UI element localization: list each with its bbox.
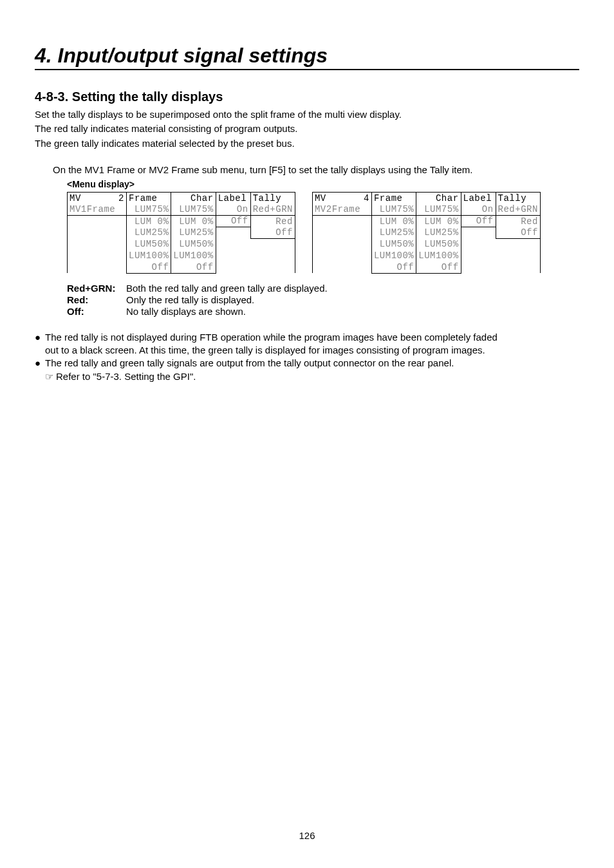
opt-char: LUM25% <box>171 227 216 238</box>
val-label: On <box>461 203 496 215</box>
opt-tally: Red <box>496 215 540 227</box>
opt-char: LUM50% <box>171 238 216 250</box>
intro-line: The green tally indicates material selec… <box>35 137 579 150</box>
table-option-row: LUM100% LUM100% <box>68 250 295 261</box>
legend-row-redgrn: Red+GRN: Both the red tally and green ta… <box>67 283 579 294</box>
table-option-row: LUM 0% LUM 0% Off Red <box>68 215 295 227</box>
note-text: The red tally and green tally signals ar… <box>45 357 454 370</box>
menu-tables: MV 2 Frame Char Label Tally MV1Frame LUM… <box>67 192 579 274</box>
table-header-row: MV 2 Frame Char Label Tally <box>68 192 295 203</box>
blank-cell <box>216 250 250 261</box>
blank-cell <box>461 250 496 261</box>
intro-line: The red tally indicates material consist… <box>35 122 579 135</box>
opt-frame: LUM25% <box>127 227 171 238</box>
hdr-char: Char <box>416 192 461 203</box>
intro-text: Set the tally displays to be superimpose… <box>35 108 579 150</box>
legend-row-red: Red: Only the red tally is displayed. <box>67 294 579 305</box>
opt-frame: LUM 0% <box>127 215 171 227</box>
opt-tally: Red <box>250 215 295 227</box>
note-item: ● The red tally is not displayed during … <box>35 331 579 344</box>
opt-label: Off <box>461 215 496 227</box>
document-page: 4. Input/output signal settings 4-8-3. S… <box>0 0 614 868</box>
legend-row-off: Off: No tally displays are shown. <box>67 306 579 317</box>
table-option-row: LUM100% LUM100% <box>312 250 540 261</box>
menu-table-mv1: MV 2 Frame Char Label Tally MV1Frame LUM… <box>67 192 295 274</box>
opt-label: Off <box>216 215 250 227</box>
table-option-row: LUM50% LUM50% <box>312 238 540 250</box>
hdr-tally: Tally <box>250 192 295 203</box>
val-char: LUM75% <box>416 203 461 215</box>
opt-frame: Off <box>127 261 171 273</box>
hdr-frame: Frame <box>127 192 171 203</box>
blank-cell <box>312 215 371 227</box>
blank-cell <box>312 227 371 238</box>
table-header-row: MV 4 Frame Char Label Tally <box>312 192 540 203</box>
table-option-row: LUM 0% LUM 0% Off Red <box>312 215 540 227</box>
legend-key: Off: <box>67 306 126 317</box>
legend-key: Red: <box>67 294 126 305</box>
val-menu: MV1Frame <box>68 203 127 215</box>
opt-frame: LUM100% <box>371 250 416 261</box>
hdr-page: 2 <box>115 192 127 203</box>
blank-cell <box>68 238 127 250</box>
table-value-row: MV2Frame LUM75% LUM75% On Red+GRN <box>312 203 540 215</box>
blank-cell <box>496 238 540 250</box>
chapter-title: 4. Input/output signal settings <box>35 44 579 70</box>
hdr-menu: MV <box>312 192 360 203</box>
menu-table-mv2: MV 4 Frame Char Label Tally MV2Frame LUM… <box>312 192 541 274</box>
opt-tally: Off <box>250 227 295 238</box>
blank-cell <box>461 261 496 273</box>
val-char: LUM75% <box>171 203 216 215</box>
opt-char: LUM100% <box>171 250 216 261</box>
table-option-row: LUM50% LUM50% <box>68 238 295 250</box>
page-number: 126 <box>0 830 614 841</box>
opt-char: Off <box>416 261 461 273</box>
hdr-char: Char <box>171 192 216 203</box>
opt-frame: LUM 0% <box>371 215 416 227</box>
blank-cell <box>68 261 127 273</box>
table-value-row: MV1Frame LUM75% LUM75% On Red+GRN <box>68 203 295 215</box>
blank-cell <box>250 261 295 273</box>
section-number: 4-8-3. <box>35 90 68 104</box>
blank-cell <box>461 238 496 250</box>
opt-frame: LUM100% <box>127 250 171 261</box>
legend-key: Red+GRN: <box>67 283 126 294</box>
blank-cell <box>68 250 127 261</box>
table-option-row: Off Off <box>312 261 540 273</box>
opt-frame: LUM50% <box>371 238 416 250</box>
intro-line: Set the tally displays to be superimpose… <box>35 108 579 121</box>
bullet-icon: ● <box>35 331 45 344</box>
blank-cell <box>216 227 250 238</box>
section-title: Setting the tally displays <box>72 90 223 104</box>
opt-char: LUM50% <box>416 238 461 250</box>
opt-frame: Off <box>371 261 416 273</box>
hdr-frame: Frame <box>371 192 416 203</box>
note-item: ● The red tally and green tally signals … <box>35 357 579 370</box>
opt-char: LUM 0% <box>416 215 461 227</box>
blank-cell <box>496 261 540 273</box>
note-text: The red tally is not displayed during FT… <box>45 331 498 344</box>
hdr-label: Label <box>216 192 250 203</box>
blank-cell <box>68 227 127 238</box>
table-option-row: LUM25% LUM25% Off <box>312 227 540 238</box>
notes-list: ● The red tally is not displayed during … <box>35 331 579 383</box>
legend-desc: Only the red tally is displayed. <box>126 294 254 305</box>
val-menu: MV2Frame <box>312 203 371 215</box>
val-label: On <box>216 203 250 215</box>
pointing-hand-icon: ☞ <box>45 370 53 383</box>
blank-cell <box>68 215 127 227</box>
blank-cell <box>496 250 540 261</box>
cross-reference: ☞ Refer to "5-7-3. Setting the GPI". <box>45 370 579 383</box>
opt-char: LUM 0% <box>171 215 216 227</box>
table-option-row: Off Off <box>68 261 295 273</box>
blank-cell <box>312 250 371 261</box>
val-frame: LUM75% <box>127 203 171 215</box>
table-option-row: LUM25% LUM25% Off <box>68 227 295 238</box>
blank-cell <box>312 261 371 273</box>
note-text-continuation: out to a black screen. At this time, the… <box>45 344 579 357</box>
blank-cell <box>250 250 295 261</box>
tally-legend: Red+GRN: Both the red tally and green ta… <box>67 283 579 317</box>
blank-cell <box>216 238 250 250</box>
step-instruction: On the MV1 Frame or MV2 Frame sub menu, … <box>53 164 579 175</box>
val-tally: Red+GRN <box>496 203 540 215</box>
